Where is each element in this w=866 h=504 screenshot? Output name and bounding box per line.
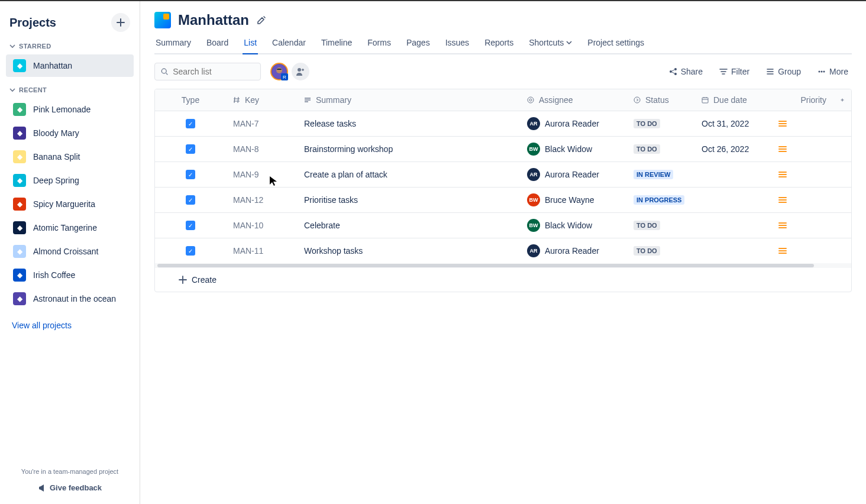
- tab-forms[interactable]: Forms: [366, 33, 392, 53]
- issue-key[interactable]: MAN-9: [226, 162, 297, 187]
- sidebar-item[interactable]: ◆ Almond Croissant: [6, 240, 134, 263]
- search-field[interactable]: [154, 63, 261, 80]
- priority-cell[interactable]: [771, 162, 833, 187]
- table-row[interactable]: ✓ MAN-11 Workshop tasks AR Aurora Reader…: [155, 238, 851, 263]
- sidebar-item[interactable]: ◆ Irish Coffee: [6, 264, 134, 286]
- issue-assignee[interactable]: BW Bruce Wayne: [520, 188, 626, 212]
- priority-medium-icon: [778, 222, 787, 228]
- sidebar-item[interactable]: ◆ Bloody Mary: [6, 122, 134, 144]
- sidebar-item-label: Bloody Mary: [33, 128, 79, 138]
- status-badge[interactable]: TO DO: [634, 221, 660, 230]
- issue-summary[interactable]: Release tasks: [297, 111, 520, 136]
- filter-button[interactable]: Filter: [716, 64, 753, 79]
- sidebar-item[interactable]: ◆ Banana Split: [6, 146, 134, 168]
- due-date[interactable]: [694, 213, 771, 238]
- column-header-status[interactable]: Status: [626, 89, 694, 111]
- add-project-button[interactable]: [111, 13, 130, 32]
- table-row[interactable]: ✓ MAN-7 Release tasks AR Aurora Reader T…: [155, 111, 851, 137]
- issue-key[interactable]: MAN-11: [226, 238, 297, 263]
- column-header-type[interactable]: Type: [155, 89, 226, 111]
- issue-assignee[interactable]: AR Aurora Reader: [520, 111, 626, 136]
- create-issue-button[interactable]: Create: [155, 268, 851, 292]
- priority-cell[interactable]: [771, 137, 833, 161]
- search-input[interactable]: [173, 67, 254, 76]
- issue-summary[interactable]: Prioritise tasks: [297, 188, 520, 212]
- more-icon: [817, 67, 826, 76]
- avatar-current-user[interactable]: R: [270, 63, 288, 80]
- search-icon: [161, 67, 168, 76]
- column-header-assignee[interactable]: Assignee: [520, 89, 626, 111]
- due-date[interactable]: Oct 26, 2022: [694, 137, 771, 161]
- tab-reports[interactable]: Reports: [483, 33, 515, 53]
- issue-summary[interactable]: Workshop tasks: [297, 238, 520, 263]
- sidebar-item[interactable]: ◆ Spicy Marguerita: [6, 193, 134, 215]
- column-header-key[interactable]: Key: [226, 89, 297, 111]
- issue-key[interactable]: MAN-10: [226, 213, 297, 238]
- status-badge[interactable]: TO DO: [634, 246, 660, 256]
- tab-bar: Summary Board List Calendar Timeline For…: [154, 33, 852, 54]
- priority-cell[interactable]: [771, 238, 833, 263]
- svg-point-8: [821, 71, 823, 73]
- avatar-small: AR: [527, 117, 540, 130]
- scrollbar-thumb[interactable]: [157, 264, 814, 267]
- status-badge[interactable]: TO DO: [634, 119, 660, 128]
- tab-summary[interactable]: Summary: [154, 33, 192, 53]
- tab-timeline[interactable]: Timeline: [320, 33, 353, 53]
- give-feedback-button[interactable]: Give feedback: [0, 479, 140, 497]
- issue-assignee[interactable]: AR Aurora Reader: [520, 162, 626, 187]
- starred-section-toggle[interactable]: STARRED: [0, 39, 140, 53]
- due-date[interactable]: [694, 162, 771, 187]
- issue-key[interactable]: MAN-12: [226, 188, 297, 212]
- recent-section-toggle[interactable]: RECENT: [0, 83, 140, 97]
- priority-cell[interactable]: [771, 111, 833, 136]
- issue-summary[interactable]: Celebrate: [297, 213, 520, 238]
- issue-assignee[interactable]: BW Black Widow: [520, 213, 626, 238]
- issue-key[interactable]: MAN-8: [226, 137, 297, 161]
- sidebar-item[interactable]: ◆ Atomic Tangerine: [6, 217, 134, 239]
- column-header-summary[interactable]: Summary: [297, 89, 520, 111]
- horizontal-scrollbar[interactable]: [155, 263, 851, 268]
- svg-point-7: [819, 71, 820, 73]
- table-row[interactable]: ✓ MAN-8 Brainstorming workshop BW Black …: [155, 137, 851, 162]
- priority-cell[interactable]: [771, 188, 833, 212]
- sidebar-item[interactable]: ◆ Deep Spring: [6, 169, 134, 192]
- due-date[interactable]: Oct 31, 2022: [694, 111, 771, 136]
- tab-calendar[interactable]: Calendar: [271, 33, 307, 53]
- share-button[interactable]: Share: [665, 64, 706, 79]
- tab-board[interactable]: Board: [205, 33, 230, 53]
- add-people-button[interactable]: [292, 63, 309, 80]
- tab-pages[interactable]: Pages: [405, 33, 431, 53]
- sidebar-item[interactable]: ◆ Manhattan: [6, 54, 134, 77]
- table-row[interactable]: ✓ MAN-12 Prioritise tasks BW Bruce Wayne…: [155, 188, 851, 213]
- sidebar-item[interactable]: ◆ Astronaut in the ocean: [6, 287, 134, 310]
- due-date[interactable]: [694, 238, 771, 263]
- status-badge[interactable]: IN PROGRESS: [634, 195, 684, 205]
- due-date[interactable]: [694, 188, 771, 212]
- task-type-icon: ✓: [186, 170, 195, 179]
- tab-project-settings[interactable]: Project settings: [586, 33, 645, 53]
- group-button[interactable]: Group: [762, 64, 804, 79]
- column-header-due[interactable]: Due date: [694, 89, 771, 111]
- issue-assignee[interactable]: BW Black Widow: [520, 137, 626, 161]
- issue-summary[interactable]: Brainstorming workshop: [297, 137, 520, 161]
- issue-summary[interactable]: Create a plan of attack: [297, 162, 520, 187]
- priority-cell[interactable]: [771, 213, 833, 238]
- project-color-button[interactable]: [256, 15, 267, 25]
- table-row[interactable]: ✓ MAN-9 Create a plan of attack AR Auror…: [155, 162, 851, 188]
- add-column-button[interactable]: [833, 89, 851, 111]
- plus-icon: [179, 276, 187, 284]
- status-badge[interactable]: TO DO: [634, 144, 660, 154]
- table-row[interactable]: ✓ MAN-10 Celebrate BW Black Widow TO DO: [155, 213, 851, 238]
- sidebar-item[interactable]: ◆ Pink Lemonade: [6, 98, 134, 121]
- tab-list[interactable]: List: [243, 33, 258, 53]
- svg-point-11: [529, 99, 532, 101]
- tab-shortcuts[interactable]: Shortcuts: [528, 33, 573, 53]
- status-badge[interactable]: IN REVIEW: [634, 170, 673, 179]
- issue-key[interactable]: MAN-7: [226, 111, 297, 136]
- issue-assignee[interactable]: AR Aurora Reader: [520, 238, 626, 263]
- column-header-priority[interactable]: Priority: [771, 89, 833, 111]
- view-all-projects-link[interactable]: View all projects: [0, 315, 140, 336]
- more-button[interactable]: More: [814, 64, 852, 79]
- tab-issues[interactable]: Issues: [444, 33, 470, 53]
- cursor-icon: [269, 176, 277, 186]
